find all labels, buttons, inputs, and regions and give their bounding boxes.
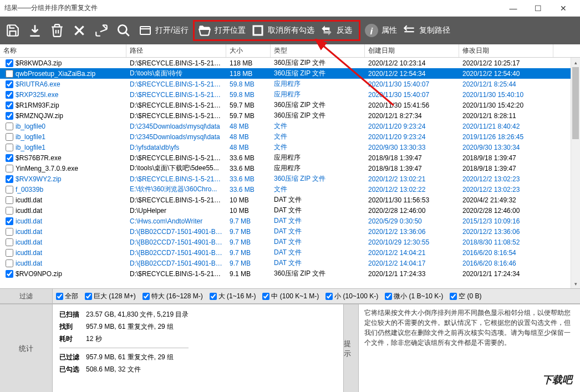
file-table: 名称 路径 大小 类型 创建日期 修改日期 $R8KWDA3.zipD:\$RE… (0, 44, 580, 288)
remove-icon[interactable] (71, 22, 88, 39)
file-modified: 2020/11/30 15:42:20 (459, 100, 553, 111)
row-checkbox[interactable] (6, 228, 13, 236)
file-modified: 2020/11/30 15:40:10 (459, 89, 553, 100)
file-name: $RVX9WY2.zip (16, 175, 123, 183)
file-size: 59.8 MB (226, 79, 271, 90)
table-body[interactable]: $R8KWDA3.zipD:\$RECYCLE.BIN\S-1-5-21-21.… (0, 58, 580, 288)
scroll-up-arrow[interactable]: ▴ (571, 58, 580, 67)
file-name: icudtl.dat (16, 259, 123, 267)
file-size: 10 MB (226, 195, 271, 206)
row-checkbox[interactable] (6, 238, 13, 246)
scroll-down-arrow[interactable]: ▾ (571, 279, 580, 288)
file-created: 2020/11/30 15:41:56 (365, 100, 459, 111)
row-checkbox[interactable] (6, 249, 13, 257)
row-checkbox[interactable] (6, 133, 13, 141)
file-name: icudtl.dat (16, 207, 123, 215)
minimize-button[interactable]: — (501, 0, 526, 17)
close-button[interactable]: ✕ (551, 0, 576, 17)
file-created: 2020/12/2 12:54:34 (365, 68, 459, 79)
file-size: 33.6 MB (226, 174, 271, 185)
file-path: D:\$RECYCLE.BIN\S-1-5-21-21... (126, 110, 226, 121)
uncheck-all-button[interactable]: 取消所有勾选 (250, 23, 314, 38)
col-name[interactable]: 名称 (0, 44, 126, 57)
open-location-button[interactable]: 打开位置 (197, 23, 246, 38)
svg-rect-8 (253, 26, 262, 35)
time-val: 12 秒 (86, 333, 102, 344)
col-modified[interactable]: 修改日期 (459, 44, 553, 57)
svg-rect-6 (140, 27, 150, 34)
preview-icon[interactable] (93, 22, 110, 39)
file-name: $R8KWDA3.zip (16, 59, 123, 67)
table-header: 名称 路径 大小 类型 创建日期 修改日期 (0, 44, 580, 58)
filter-tiny[interactable]: 微小 (1 B~10 K-) (385, 292, 443, 301)
row-checkbox[interactable] (6, 112, 13, 120)
filter-xlarge[interactable]: 特大 (16~128 M-) (143, 292, 203, 301)
file-created: 2020/9/30 13:30:33 (365, 142, 459, 153)
file-created: 2020/2/28 12:46:00 (365, 205, 459, 216)
titlebar: 结果——分组并排序的重复文件 — ☐ ✕ (0, 0, 580, 17)
col-path[interactable]: 路径 (126, 44, 226, 57)
stats-panel: 统计 已扫描23.57 GB, 41,830 文件, 5,219 目录 找到95… (0, 304, 344, 392)
delete-icon[interactable] (49, 22, 65, 39)
row-checkbox[interactable] (6, 270, 13, 278)
row-checkbox[interactable] (6, 165, 13, 172)
svg-line-5 (125, 32, 129, 36)
row-checkbox[interactable] (6, 207, 13, 215)
file-path: D:\$RECYCLE.BIN\S-1-5-21-21... (126, 268, 226, 279)
row-checkbox[interactable] (6, 154, 13, 162)
maximize-button[interactable]: ☐ (526, 0, 551, 17)
copy-path-button[interactable]: 复制路径 (401, 23, 450, 38)
file-name: $RS76B7R.exe (16, 154, 123, 162)
scroll-thumb[interactable] (572, 67, 579, 139)
row-checkbox[interactable] (6, 175, 13, 183)
file-path: D:\$RECYCLE.BIN\S-1-5-21-21... (126, 79, 226, 90)
file-modified: 2018/9/18 1:39:47 (459, 163, 553, 174)
filter-huge[interactable]: 巨大 (128 M+) (85, 292, 136, 301)
file-name: icudtl.dat (16, 196, 123, 204)
save-icon[interactable] (4, 22, 21, 39)
row-checkbox[interactable] (6, 91, 13, 99)
col-created[interactable]: 创建日期 (365, 44, 459, 57)
filter-small[interactable]: 小 (10~100 K-) (325, 292, 378, 301)
filter-medium[interactable]: 中 (100 K~1 M-) (262, 292, 319, 301)
properties-button[interactable]: i 属性 (364, 23, 397, 38)
filtered-key: 已过滤 (59, 352, 86, 363)
col-size[interactable]: 大小 (226, 44, 271, 57)
row-checkbox[interactable] (6, 259, 13, 267)
row-checkbox[interactable] (6, 144, 13, 151)
row-checkbox[interactable] (6, 70, 13, 78)
filter-all[interactable]: 全部 (56, 292, 78, 301)
file-path: C:\Hws.com\AndtoWriter (126, 216, 226, 227)
file-created: 2020/12/2 14:04:21 (365, 247, 459, 258)
row-checkbox[interactable] (6, 196, 13, 204)
table-row[interactable]: $RVO9NPO.zipD:\$RECYCLE.BIN\S-1-5-21-21.… (0, 268, 580, 279)
open-run-button[interactable]: 打开/运行 (138, 23, 189, 38)
file-name: f_00339b (16, 186, 123, 194)
file-modified: 2015/12/3 10:09:16 (459, 216, 553, 227)
checked-val: 508.6 MB, 32 文件 (86, 364, 141, 375)
file-size: 9.7 MB (226, 216, 271, 227)
search-icon[interactable] (115, 22, 132, 39)
filter-large[interactable]: 大 (1~16 M-) (210, 292, 256, 301)
file-modified: 2020/12/1 17:24:34 (459, 268, 553, 279)
row-checkbox[interactable] (6, 80, 13, 88)
file-modified: 2020/12/1 8:28:11 (459, 110, 553, 121)
file-modified: 2020/2/28 12:46:00 (459, 205, 553, 216)
toolbar: 打开/运行 打开位置 取消所有勾选 反选 i 属性 复制路径 (0, 17, 580, 44)
invert-selection-button[interactable]: 反选 (319, 23, 352, 38)
row-checkbox[interactable] (6, 123, 13, 130)
row-checkbox[interactable] (6, 217, 13, 225)
row-checkbox[interactable] (6, 186, 13, 194)
file-created: 2020/10/29 12:30:55 (365, 237, 459, 248)
filtered-val: 957.9 MB, 61 重复文件, 29 组 (86, 352, 174, 363)
file-modified: 2020/12/1 8:25:44 (459, 79, 553, 90)
file-name: $RMZNQJW.zip (16, 112, 123, 120)
file-path: D:\$RECYCLE.BIN\S-1-5-21-21... (126, 89, 226, 100)
row-checkbox[interactable] (6, 59, 13, 67)
file-name: ib_logfile0 (16, 123, 123, 130)
download-icon[interactable] (27, 22, 43, 39)
row-checkbox[interactable] (6, 101, 13, 109)
filter-empty[interactable]: 空 (0 B) (450, 292, 481, 301)
col-type[interactable]: 类型 (271, 44, 365, 57)
vertical-scrollbar[interactable]: ▴ ▾ (571, 58, 580, 288)
